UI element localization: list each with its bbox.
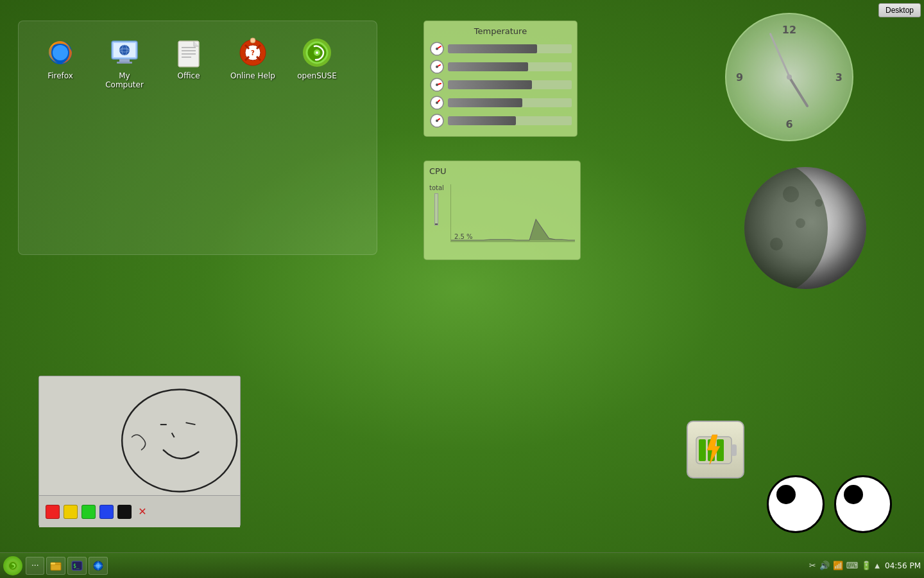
- firefox-icon-item[interactable]: Firefox: [31, 34, 89, 92]
- temp-bar-bg-5: [448, 116, 572, 125]
- system-tray: ✂ 🔊 📶 ⌨ 🔋 ▲: [809, 561, 880, 570]
- left-pupil: [776, 485, 796, 504]
- paint-drawing: [39, 376, 240, 495]
- color-green[interactable]: [81, 505, 96, 519]
- taskbar-browser-button[interactable]: [89, 557, 108, 575]
- cpu-total-bar: [434, 193, 438, 225]
- tray-arrow-icon[interactable]: ▲: [875, 562, 880, 569]
- temp-bar-3: [448, 80, 532, 89]
- right-pupil: [844, 485, 863, 504]
- temp-row-5: [429, 113, 572, 128]
- temp-bar-bg-1: [448, 44, 572, 53]
- taskbar-filemanager-button[interactable]: [46, 557, 65, 575]
- temp-row-4: [429, 95, 572, 110]
- svg-point-45: [122, 389, 237, 491]
- desktop-button[interactable]: Desktop: [878, 3, 921, 17]
- svg-rect-5: [117, 62, 132, 64]
- tray-volume-icon[interactable]: 🔊: [819, 561, 830, 570]
- temp-bar-bg-2: [448, 62, 572, 71]
- cpu-header: CPU: [429, 166, 575, 181]
- cpu-graph: 2.5 %: [450, 184, 575, 242]
- cpu-total-fill: [435, 223, 438, 225]
- temp-bar-1: [448, 44, 537, 53]
- tray-battery-icon: 🔋: [861, 561, 871, 570]
- svg-text:?: ?: [251, 49, 255, 57]
- taskbar-start-button[interactable]: [3, 556, 22, 575]
- firefox-label: Firefox: [47, 71, 73, 80]
- right-eye: [834, 475, 892, 533]
- svg-point-29: [436, 66, 438, 68]
- color-blue[interactable]: [99, 505, 114, 519]
- moon-circle: [744, 167, 866, 289]
- paint-canvas[interactable]: [39, 376, 240, 495]
- svg-point-26: [436, 48, 438, 50]
- paint-toolbar: ✕: [39, 495, 240, 527]
- temp-gauge-4: [429, 95, 445, 110]
- clock-center: [787, 74, 792, 80]
- taskbar-terminal-button[interactable]: $_: [67, 557, 87, 575]
- firefox-icon: [45, 37, 76, 68]
- svg-rect-42: [699, 439, 706, 461]
- temp-bar-bg-3: [448, 80, 572, 89]
- taskbar-menu-button[interactable]: ···: [26, 557, 44, 575]
- office-label: Office: [177, 71, 200, 80]
- svg-point-35: [436, 101, 438, 104]
- temp-gauge-5: [429, 113, 445, 128]
- svg-line-48: [172, 433, 175, 437]
- clock-number-6: 6: [785, 118, 792, 130]
- temp-bar-2: [448, 62, 528, 71]
- taskbar: ··· $_ ✂ 🔊 📶 ⌨ 🔋 ▲ 04:56 PM: [0, 552, 924, 578]
- svg-rect-51: [51, 563, 55, 565]
- paint-widget[interactable]: ✕: [38, 376, 241, 527]
- clock-widget: 12 3 6 9: [725, 13, 853, 141]
- cpu-percent: 2.5 %: [454, 233, 473, 240]
- svg-line-47: [186, 423, 196, 425]
- color-black[interactable]: [117, 505, 132, 519]
- svg-point-38: [436, 119, 438, 122]
- temp-gauge-2: [429, 59, 445, 74]
- cpu-total-label: total: [429, 184, 444, 191]
- clock-number-9: 9: [736, 71, 743, 83]
- temp-bar-bg-4: [448, 98, 572, 107]
- temp-gauge-3: [429, 77, 445, 92]
- temp-bar-5: [448, 116, 516, 125]
- mycomputer-icon-item[interactable]: My Computer: [96, 34, 153, 92]
- temperature-title: Temperature: [429, 26, 572, 36]
- temp-row-1: [429, 41, 572, 57]
- mycomputer-icon: [109, 37, 140, 68]
- temp-gauge-1: [429, 41, 445, 57]
- onlinehelp-icon-item[interactable]: ? Online Help: [224, 34, 282, 92]
- svg-text:$_: $_: [73, 563, 80, 569]
- onlinehelp-icon: ?: [237, 37, 268, 68]
- mycomputer-label: My Computer: [99, 71, 150, 89]
- color-yellow[interactable]: [64, 505, 78, 519]
- tray-network-icon[interactable]: 📶: [833, 561, 843, 570]
- office-icon-item[interactable]: Office: [160, 34, 218, 92]
- opensuse-label: openSUSE: [297, 71, 337, 80]
- cpu-title: CPU: [429, 166, 446, 176]
- svg-point-6: [119, 45, 130, 55]
- color-red[interactable]: [46, 505, 60, 519]
- svg-point-32: [436, 83, 438, 86]
- svg-point-23: [316, 51, 318, 54]
- desktop-icon-panel: Firefox My Computer: [18, 21, 377, 255]
- opensuse-icon: [302, 37, 332, 68]
- svg-rect-41: [732, 444, 737, 456]
- onlinehelp-label: Online Help: [230, 71, 275, 80]
- svg-point-1: [53, 45, 68, 60]
- paint-delete-button[interactable]: ✕: [135, 505, 150, 519]
- cpu-widget: CPU total 2.5 %: [424, 161, 581, 260]
- svg-rect-4: [119, 59, 130, 62]
- battery-icon-large: [687, 421, 744, 478]
- clock-number-12: 12: [782, 24, 796, 36]
- clock-minute-hand: [769, 33, 790, 78]
- moon-widget: [744, 167, 866, 289]
- temp-bar-4: [448, 98, 522, 107]
- temp-row-2: [429, 59, 572, 74]
- office-icon: [173, 37, 204, 68]
- temp-row-3: [429, 77, 572, 92]
- opensuse-icon-item[interactable]: openSUSE: [288, 34, 346, 92]
- taskbar-time: 04:56 PM: [885, 561, 921, 570]
- clock-hour-hand: [788, 76, 809, 108]
- clock-number-3: 3: [835, 71, 843, 83]
